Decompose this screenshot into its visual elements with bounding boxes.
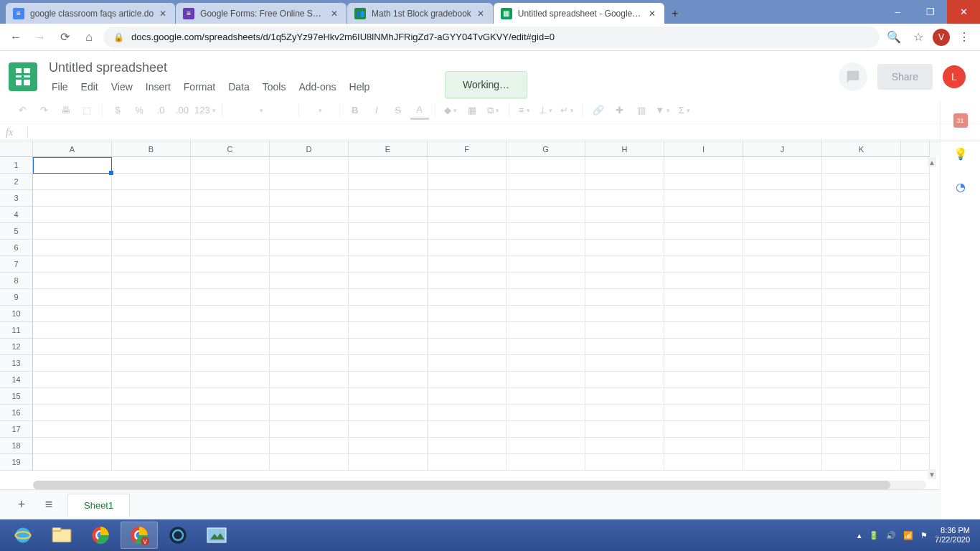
- photos-taskbar-icon[interactable]: [198, 522, 235, 549]
- cell[interactable]: [349, 322, 428, 339]
- fill-color-button[interactable]: ◆: [441, 101, 460, 120]
- browser-tab-forms[interactable]: ≡ Google Forms: Free Online Surve ✕: [176, 3, 347, 24]
- cell[interactable]: [428, 240, 507, 256]
- cell[interactable]: [112, 256, 191, 273]
- share-button[interactable]: Share: [877, 64, 933, 90]
- cell[interactable]: [33, 157, 112, 174]
- font-size-select[interactable]: [305, 101, 334, 120]
- cell[interactable]: [349, 289, 428, 306]
- cell[interactable]: [822, 240, 901, 256]
- cell[interactable]: [428, 207, 507, 223]
- col-header[interactable]: B: [112, 141, 191, 157]
- cell[interactable]: [270, 240, 349, 256]
- close-button[interactable]: ✕: [947, 0, 980, 24]
- new-tab-button[interactable]: +: [665, 3, 685, 24]
- cell[interactable]: [822, 273, 901, 289]
- print-button[interactable]: 🖶: [56, 101, 75, 120]
- cell[interactable]: [33, 190, 112, 207]
- cell[interactable]: [664, 405, 743, 421]
- cell[interactable]: [901, 421, 930, 438]
- cell[interactable]: [33, 306, 112, 322]
- cell[interactable]: [585, 339, 664, 355]
- cell[interactable]: [585, 306, 664, 322]
- italic-button[interactable]: I: [367, 101, 386, 120]
- cell[interactable]: [270, 355, 349, 372]
- cell[interactable]: [585, 289, 664, 306]
- cell[interactable]: [191, 289, 270, 306]
- cell[interactable]: [585, 207, 664, 223]
- font-family-select[interactable]: [228, 101, 293, 120]
- cell[interactable]: [349, 438, 428, 454]
- close-icon[interactable]: ✕: [476, 9, 486, 19]
- cell[interactable]: [428, 454, 507, 471]
- cell[interactable]: [507, 306, 585, 322]
- col-header[interactable]: I: [664, 141, 743, 157]
- cell[interactable]: [428, 306, 507, 322]
- cell[interactable]: [743, 438, 822, 454]
- cell[interactable]: [585, 190, 664, 207]
- row-header[interactable]: 18: [0, 438, 33, 454]
- close-icon[interactable]: ✕: [158, 9, 168, 19]
- cell[interactable]: [822, 388, 901, 405]
- merge-cells-button[interactable]: ⧉: [484, 101, 503, 120]
- row-header[interactable]: 6: [0, 240, 33, 256]
- col-header[interactable]: J: [743, 141, 822, 157]
- increase-decimal-button[interactable]: .00: [173, 101, 192, 120]
- cell[interactable]: [349, 240, 428, 256]
- cell[interactable]: [428, 190, 507, 207]
- menu-data[interactable]: Data: [222, 78, 255, 95]
- cell[interactable]: [349, 190, 428, 207]
- cell[interactable]: [428, 273, 507, 289]
- volume-icon[interactable]: 🔊: [886, 531, 896, 540]
- cell[interactable]: [822, 306, 901, 322]
- cell[interactable]: [349, 157, 428, 174]
- col-header[interactable]: F: [428, 141, 507, 157]
- chart-button[interactable]: ▥: [632, 101, 651, 120]
- cell[interactable]: [664, 256, 743, 273]
- cell[interactable]: [664, 223, 743, 240]
- cell[interactable]: [270, 372, 349, 388]
- cell[interactable]: [428, 322, 507, 339]
- cell[interactable]: [507, 223, 585, 240]
- cell[interactable]: [664, 273, 743, 289]
- tasks-icon[interactable]: ◔: [953, 179, 968, 194]
- undo-button[interactable]: ↶: [13, 101, 32, 120]
- cell[interactable]: [191, 372, 270, 388]
- cell[interactable]: [901, 289, 930, 306]
- cell[interactable]: [743, 405, 822, 421]
- add-sheet-button[interactable]: +: [13, 496, 30, 514]
- cell[interactable]: [270, 223, 349, 240]
- cell[interactable]: [822, 421, 901, 438]
- row-header[interactable]: 16: [0, 405, 33, 421]
- cell[interactable]: [428, 355, 507, 372]
- cell[interactable]: [585, 421, 664, 438]
- cell[interactable]: [664, 355, 743, 372]
- col-header[interactable]: G: [507, 141, 585, 157]
- cell[interactable]: [507, 273, 585, 289]
- cell[interactable]: [112, 157, 191, 174]
- cell[interactable]: [822, 190, 901, 207]
- cell[interactable]: [743, 174, 822, 190]
- cell[interactable]: [901, 322, 930, 339]
- cell[interactable]: [112, 174, 191, 190]
- cell[interactable]: [822, 289, 901, 306]
- cell[interactable]: [743, 157, 822, 174]
- cell[interactable]: [585, 372, 664, 388]
- cell[interactable]: [743, 421, 822, 438]
- cell[interactable]: [901, 157, 930, 174]
- app-taskbar-icon[interactable]: [159, 522, 197, 549]
- cell[interactable]: [743, 388, 822, 405]
- battery-icon[interactable]: 🔋: [869, 531, 879, 540]
- cell[interactable]: [270, 256, 349, 273]
- currency-button[interactable]: $: [108, 101, 127, 120]
- cell[interactable]: [507, 240, 585, 256]
- cell[interactable]: [585, 256, 664, 273]
- cell[interactable]: [33, 322, 112, 339]
- cell[interactable]: [822, 438, 901, 454]
- cell[interactable]: [822, 256, 901, 273]
- cell[interactable]: [270, 190, 349, 207]
- cell[interactable]: [33, 289, 112, 306]
- comments-button[interactable]: [839, 62, 867, 91]
- menu-tools[interactable]: Tools: [257, 78, 292, 95]
- cell[interactable]: [664, 322, 743, 339]
